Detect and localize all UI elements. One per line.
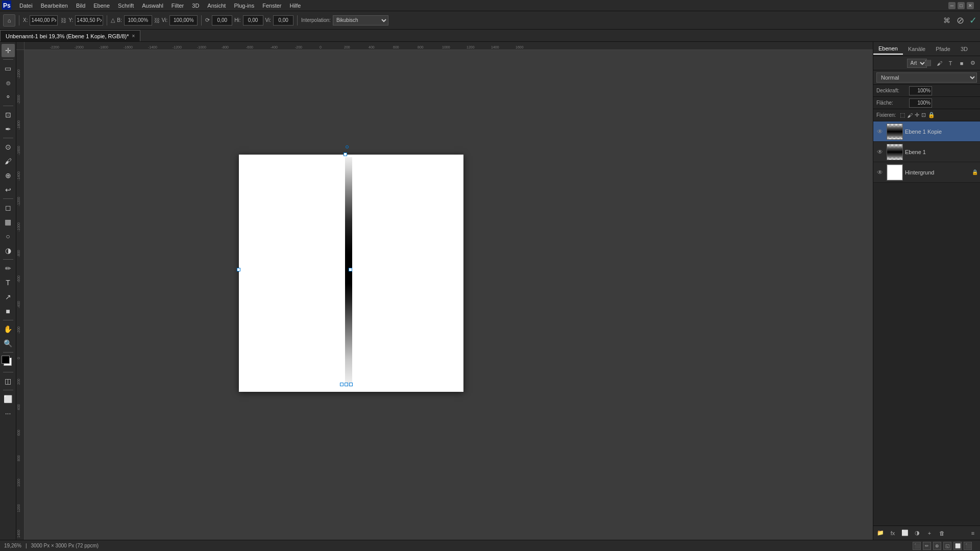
pen-tool[interactable]: ✏ xyxy=(2,262,15,275)
blur-tool[interactable]: ○ xyxy=(2,230,15,243)
window-minimize[interactable]: ─ xyxy=(948,2,955,9)
menu-plugins[interactable]: Plug-ins xyxy=(230,0,258,11)
lasso-tool[interactable]: ⌾ xyxy=(2,76,15,89)
skew-h-input[interactable] xyxy=(243,15,263,26)
blend-mode-select[interactable]: Normal Auflösen Abdunkeln Multiplizieren xyxy=(876,72,977,83)
skew-v-input[interactable] xyxy=(273,15,293,26)
brush-tool[interactable]: 🖌 xyxy=(2,155,15,168)
tab-pfade[interactable]: Pfade xyxy=(930,44,955,54)
layer-visibility-hintergrund[interactable]: 👁 xyxy=(875,168,885,177)
rotation-input[interactable] xyxy=(212,15,232,26)
menu-filter[interactable]: Filter xyxy=(167,0,188,11)
cancel-transform-btn[interactable]: ⊘ xyxy=(957,15,964,26)
panel-shape-icon[interactable]: ■ xyxy=(957,58,967,68)
status-btn-1[interactable]: ⬛ xyxy=(913,542,921,550)
status-btn-5[interactable]: ⬜ xyxy=(953,542,962,550)
move-tool[interactable]: ✛ xyxy=(2,44,15,57)
fill-input[interactable] xyxy=(909,98,932,108)
quick-mask-tool[interactable]: ◫ xyxy=(2,374,15,388)
crop-tool[interactable]: ⊡ xyxy=(2,108,15,121)
lock-transparent-icon[interactable]: ⬚ xyxy=(900,112,905,118)
gradient-tool[interactable]: ▦ xyxy=(2,215,15,229)
lock-artboard-icon[interactable]: ⊡ xyxy=(921,112,926,118)
rotate-handle-top[interactable] xyxy=(346,145,349,148)
quick-select-tool[interactable]: ⚬ xyxy=(2,90,15,104)
rect-select-tool[interactable]: ▭ xyxy=(2,62,15,75)
x-input[interactable] xyxy=(30,15,58,26)
layer-item-ebene1kopie[interactable]: 👁 Ebene 1 Kopie xyxy=(873,121,980,142)
eyedropper-tool[interactable]: ✒ xyxy=(2,122,15,136)
hand-tool[interactable]: ✋ xyxy=(2,322,15,336)
extra-tools-btn[interactable]: ··· xyxy=(2,407,15,420)
menu-datei[interactable]: Datei xyxy=(15,0,37,11)
warp-btn[interactable]: ⌘ xyxy=(943,16,950,24)
eraser-tool[interactable]: ◻ xyxy=(2,201,15,214)
w-input[interactable] xyxy=(124,15,152,26)
document-tab[interactable]: Unbenannt-1 bei 19,3% (Ebene 1 Kopie, RG… xyxy=(0,30,140,41)
window-maximize[interactable]: □ xyxy=(958,2,965,9)
transform-handle-mid-right[interactable] xyxy=(349,268,352,271)
color-swatches[interactable] xyxy=(2,356,15,369)
dodge-tool[interactable]: ◑ xyxy=(2,244,15,257)
status-btn-2[interactable]: ✏ xyxy=(923,542,931,550)
panel-settings-btn[interactable]: ≡ xyxy=(968,528,978,538)
menu-ebene[interactable]: Ebene xyxy=(89,0,114,11)
panel-kind-filter[interactable]: Art xyxy=(912,58,922,68)
menu-hilfe[interactable]: Hilfe xyxy=(285,0,305,11)
history-brush-tool[interactable]: ↩ xyxy=(2,183,15,196)
menu-schrift[interactable]: Schrift xyxy=(114,0,138,11)
status-btn-3[interactable]: ⊕ xyxy=(933,542,941,550)
status-btn-6[interactable]: ⬛ xyxy=(964,542,972,550)
confirm-transform-btn[interactable]: ✓ xyxy=(969,15,977,26)
menu-bearbeiten[interactable]: Bearbeiten xyxy=(37,0,72,11)
menu-bild[interactable]: Bild xyxy=(72,0,89,11)
new-fill-btn[interactable]: ◑ xyxy=(912,528,922,538)
transform-handle-bot-center[interactable] xyxy=(345,383,348,386)
transform-handle-mid-left[interactable] xyxy=(237,268,240,271)
text-tool[interactable]: T xyxy=(2,276,15,289)
menu-auswahl[interactable]: Auswahl xyxy=(138,0,167,11)
screen-mode-btn[interactable]: ⬜ xyxy=(2,392,15,406)
y-input[interactable] xyxy=(75,15,103,26)
interpolation-select[interactable]: Bikubisch Bikubisch schärfer Bikubisch w… xyxy=(333,15,388,26)
canvas-area[interactable] xyxy=(24,50,873,540)
layer-item-hintergrund[interactable]: 👁 Hintergrund 🔒 xyxy=(873,162,980,183)
shape-tool[interactable]: ■ xyxy=(2,305,15,318)
new-group-btn[interactable]: 📁 xyxy=(875,528,886,538)
menu-fenster[interactable]: Fenster xyxy=(258,0,285,11)
panel-smart-icon[interactable]: ⚙ xyxy=(968,58,978,68)
panel-brush-icon[interactable]: 🖌 xyxy=(934,58,944,68)
transform-handle-bot-right[interactable] xyxy=(349,383,353,386)
zoom-tool[interactable]: 🔍 xyxy=(2,337,15,350)
menu-3d[interactable]: 3D xyxy=(188,0,203,11)
layer-fx-btn[interactable]: fx xyxy=(888,528,898,538)
h-input[interactable] xyxy=(169,15,198,26)
layer-mask-btn[interactable]: ⬜ xyxy=(900,528,910,538)
opacity-input[interactable] xyxy=(909,86,932,95)
clone-tool[interactable]: ⊕ xyxy=(2,169,15,182)
tab-kanaele[interactable]: Kanäle xyxy=(903,44,930,54)
lock-all-icon[interactable]: 🔒 xyxy=(928,112,935,118)
layer-item-ebene1[interactable]: 👁 Ebene 1 xyxy=(873,142,980,162)
tab-close-btn[interactable]: × xyxy=(132,33,135,39)
delete-layer-btn[interactable]: 🗑 xyxy=(937,528,947,538)
lock-image-icon[interactable]: 🖌 xyxy=(907,112,913,118)
lock-position-icon[interactable]: ✛ xyxy=(915,112,919,118)
foreground-color[interactable] xyxy=(2,356,10,364)
path-select-tool[interactable]: ↗ xyxy=(2,290,15,304)
link-wh-icon[interactable]: ⛓ xyxy=(154,17,160,23)
status-btn-4[interactable]: ◱ xyxy=(943,542,951,550)
layer-visibility-ebene1kopie[interactable]: 👁 xyxy=(875,127,885,136)
spot-heal-tool[interactable]: ⊙ xyxy=(2,140,15,154)
transform-warp-btn[interactable]: ⌂ xyxy=(3,14,15,27)
tab-ebenen[interactable]: Ebenen xyxy=(873,43,903,55)
panel-pixel-icon[interactable]: ⬛ xyxy=(923,58,933,68)
new-layer-btn[interactable]: + xyxy=(924,528,935,538)
menu-ansicht[interactable]: Ansicht xyxy=(203,0,230,11)
window-close[interactable]: ✕ xyxy=(967,2,974,9)
layer-visibility-ebene1[interactable]: 👁 xyxy=(875,147,885,157)
transform-handle-bot-left[interactable] xyxy=(340,383,344,386)
tab-3d[interactable]: 3D xyxy=(955,44,973,54)
transform-handle-top-center[interactable] xyxy=(344,153,347,156)
panel-type-icon[interactable]: T xyxy=(945,58,955,68)
